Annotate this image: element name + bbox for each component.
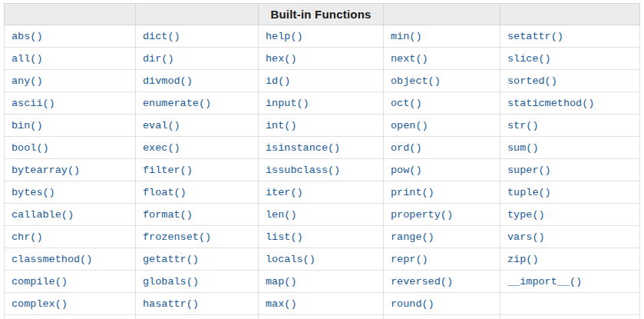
header-cell-empty (5, 4, 136, 25)
table-row: bin()eval()int()open()str() (5, 115, 640, 137)
function-link[interactable]: staticmethod() (507, 98, 594, 109)
function-cell: format() (136, 204, 259, 226)
function-link[interactable]: type() (507, 209, 545, 221)
function-link[interactable]: filter() (143, 164, 193, 176)
function-link[interactable]: slice() (507, 53, 551, 65)
function-link[interactable]: print() (391, 187, 434, 198)
function-cell: chr() (5, 226, 136, 248)
function-link[interactable]: all() (12, 53, 43, 65)
function-cell: print() (384, 181, 500, 204)
function-link[interactable]: open() (391, 120, 428, 131)
function-link[interactable]: tuple() (507, 187, 551, 198)
function-link[interactable]: ord() (391, 142, 422, 154)
function-link[interactable]: dict() (143, 31, 180, 42)
function-link[interactable]: classmethod() (12, 254, 92, 265)
function-link[interactable]: compile() (12, 276, 68, 287)
function-cell: range() (384, 226, 500, 248)
function-link[interactable]: range() (391, 231, 434, 243)
function-cell: hash() (136, 315, 259, 319)
function-cell: frozenset() (136, 226, 259, 248)
function-link[interactable]: repr() (391, 254, 428, 265)
function-cell: any() (5, 70, 136, 92)
function-link[interactable]: callable() (12, 209, 74, 221)
function-link[interactable]: min() (391, 31, 422, 42)
function-link[interactable]: super() (507, 164, 551, 176)
function-link[interactable]: round() (391, 298, 434, 310)
function-link[interactable]: chr() (12, 231, 43, 243)
function-link[interactable]: divmod() (143, 75, 193, 87)
function-link[interactable]: eval() (143, 120, 180, 131)
function-link[interactable]: oct() (391, 98, 422, 109)
function-link[interactable]: object() (391, 75, 441, 87)
function-link[interactable]: format() (143, 209, 193, 221)
function-link[interactable]: exec() (143, 142, 180, 154)
table-row: callable()format()len()property()type() (5, 204, 640, 226)
function-link[interactable]: vars() (507, 231, 545, 243)
function-link[interactable]: iter() (266, 187, 303, 198)
function-link[interactable]: frozenset() (143, 231, 211, 243)
table-row: complex()hasattr()max()round() (5, 293, 640, 315)
builtin-functions-table: Built-in Functions abs()dict()help()min(… (4, 3, 640, 319)
function-cell: classmethod() (5, 248, 136, 271)
function-link[interactable]: bytearray() (12, 164, 80, 176)
function-link[interactable]: complex() (12, 298, 68, 310)
header-cell-empty (136, 4, 259, 25)
function-link[interactable]: bin() (12, 120, 43, 131)
function-link[interactable]: isinstance() (266, 142, 340, 154)
function-cell: slice() (500, 48, 640, 70)
function-link[interactable]: bytes() (12, 187, 55, 198)
function-cell: set() (384, 315, 500, 319)
function-link[interactable]: reversed() (391, 276, 453, 287)
function-link[interactable]: sorted() (507, 75, 557, 87)
function-link[interactable]: ascii() (12, 98, 55, 109)
function-cell: open() (384, 115, 500, 137)
function-link[interactable]: pow() (391, 164, 422, 176)
function-cell: help() (259, 25, 384, 48)
function-link[interactable]: input() (266, 98, 309, 109)
function-link[interactable]: bool() (12, 142, 49, 154)
function-link[interactable]: issubclass() (266, 164, 340, 176)
function-cell: abs() (5, 25, 136, 48)
function-link[interactable]: next() (391, 53, 428, 65)
function-link[interactable]: __import__() (507, 276, 582, 287)
table-row: compile()globals()map()reversed()__impor… (5, 271, 640, 293)
function-link[interactable]: locals() (266, 254, 315, 265)
function-link[interactable]: setattr() (507, 31, 563, 42)
function-cell: ascii() (5, 92, 136, 115)
function-link[interactable]: list() (266, 231, 303, 243)
function-link[interactable]: float() (143, 187, 187, 198)
function-cell: enumerate() (136, 92, 259, 115)
function-cell: globals() (136, 271, 259, 293)
function-cell: tuple() (500, 181, 640, 204)
function-link[interactable]: enumerate() (143, 98, 211, 109)
function-link[interactable]: sum() (507, 142, 539, 154)
function-link[interactable]: help() (266, 31, 303, 42)
function-cell: setattr() (500, 25, 640, 48)
table-row: classmethod()getattr()locals()repr()zip(… (5, 248, 640, 271)
function-link[interactable]: globals() (143, 276, 199, 287)
function-link[interactable]: id() (266, 75, 290, 87)
function-link[interactable]: any() (12, 75, 43, 87)
function-link[interactable]: dir() (143, 53, 174, 65)
function-link[interactable]: getattr() (143, 254, 199, 265)
function-link[interactable]: int() (266, 120, 297, 131)
function-link[interactable]: len() (266, 209, 297, 221)
function-link[interactable]: zip() (507, 254, 539, 265)
function-link[interactable]: str() (507, 120, 539, 131)
function-cell: bytes() (5, 181, 136, 204)
function-link[interactable]: property() (391, 209, 453, 221)
function-link[interactable]: max() (266, 298, 297, 310)
header-row: Built-in Functions (5, 4, 640, 25)
function-link[interactable]: map() (266, 276, 297, 287)
table-row: chr()frozenset()list()range()vars() (5, 226, 640, 248)
function-cell: sum() (500, 137, 640, 159)
function-link[interactable]: hex() (266, 53, 297, 65)
function-cell: zip() (500, 248, 640, 271)
function-cell: compile() (5, 271, 136, 293)
function-link[interactable]: abs() (12, 31, 43, 42)
function-cell: max() (259, 293, 384, 315)
header-cell-empty (384, 4, 500, 25)
function-cell: memoryview() (259, 315, 384, 319)
function-cell: vars() (500, 226, 640, 248)
function-link[interactable]: hasattr() (143, 298, 199, 310)
